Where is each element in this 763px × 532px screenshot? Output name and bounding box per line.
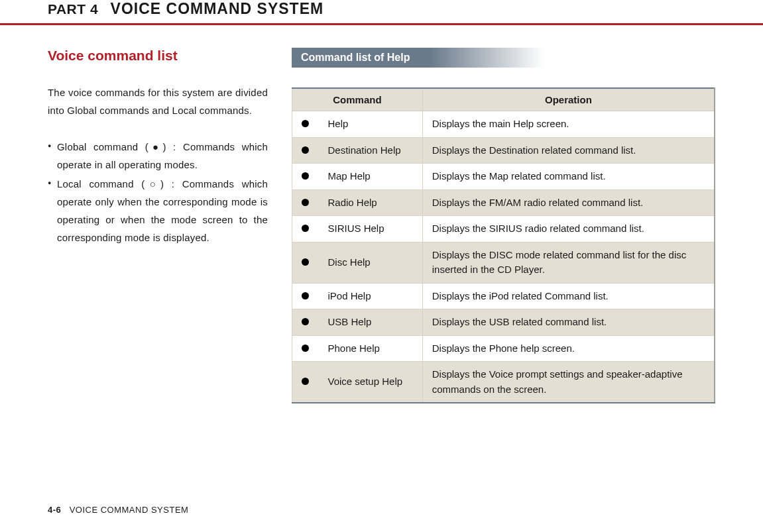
table-body: Help Displays the main Help screen. Dest… [292,111,715,403]
cmd-cell: iPod Help [319,283,423,309]
op-cell: Displays the main Help screen. [422,111,715,138]
table-row: SIRIUS Help Displays the SIRIUS radio re… [292,216,715,242]
content-area: Voice command list The voice commands fo… [0,48,763,403]
page-footer: 4-6 VOICE COMMAND SYSTEM [48,505,188,515]
op-cell: Displays the DISC mode related command l… [422,242,715,283]
global-dot-icon [292,164,319,190]
table-header-operation: Operation [422,88,715,111]
right-column: Command list of Help Command Operation H… [292,48,715,403]
op-cell: Displays the USB related command list. [422,309,715,336]
global-dot-icon [292,242,319,283]
table-row: Disc Help Displays the DISC mode related… [292,242,715,283]
section-heading: Voice command list [48,48,268,64]
table-row: Destination Help Displays the Destinatio… [292,137,715,164]
global-dot-icon [292,137,319,164]
part-label: PART 4 [48,1,98,17]
op-cell: Displays the Destination related command… [422,137,715,164]
cmd-cell: Help [319,111,423,138]
table-header-command: Command [292,88,423,111]
page-header: PART 4 VOICE COMMAND SYSTEM [0,0,763,25]
global-dot-icon [292,111,319,138]
list-item: Local command (○) : Commands which opera… [48,175,268,246]
op-cell: Displays the SIRIUS radio related comman… [422,216,715,242]
sub-heading: Command list of Help [292,48,544,68]
command-type-list: Global command (●) : Commands which oper… [48,138,268,246]
cmd-cell: Destination Help [319,137,423,164]
global-dot-icon [292,309,319,336]
table-row: Radio Help Displays the FM/AM radio rela… [292,189,715,216]
op-cell: Displays the Voice prompt settings and s… [422,362,715,403]
global-dot-icon [292,216,319,242]
cmd-cell: Voice setup Help [319,362,423,403]
op-cell: Displays the Map related command list. [422,164,715,190]
global-dot-icon [292,335,319,362]
list-item: Global command (●) : Commands which oper… [48,138,268,174]
table-row: iPod Help Displays the iPod related Comm… [292,283,715,309]
table-row: Phone Help Displays the Phone help scree… [292,335,715,362]
cmd-cell: SIRIUS Help [319,216,423,242]
op-cell: Displays the FM/AM radio related command… [422,189,715,216]
footer-label: VOICE COMMAND SYSTEM [70,505,189,515]
cmd-cell: Disc Help [319,242,423,283]
left-column: Voice command list The voice commands fo… [48,48,268,403]
cmd-cell: Radio Help [319,189,423,216]
cmd-cell: USB Help [319,309,423,336]
page-number: 4-6 [48,505,61,515]
global-dot-icon [292,189,319,216]
global-dot-icon [292,362,319,403]
op-cell: Displays the Phone help screen. [422,335,715,362]
table-row: Help Displays the main Help screen. [292,111,715,138]
global-dot-icon [292,283,319,309]
table-row: Voice setup Help Displays the Voice prom… [292,362,715,403]
op-cell: Displays the iPod related Command list. [422,283,715,309]
table-row: Map Help Displays the Map related comman… [292,164,715,190]
part-title: VOICE COMMAND SYSTEM [111,0,324,18]
cmd-cell: Phone Help [319,335,423,362]
intro-paragraph: The voice commands for this system are d… [48,83,268,119]
command-table: Command Operation Help Displays the main… [292,87,715,403]
table-row: USB Help Displays the USB related comman… [292,309,715,336]
cmd-cell: Map Help [319,164,423,190]
